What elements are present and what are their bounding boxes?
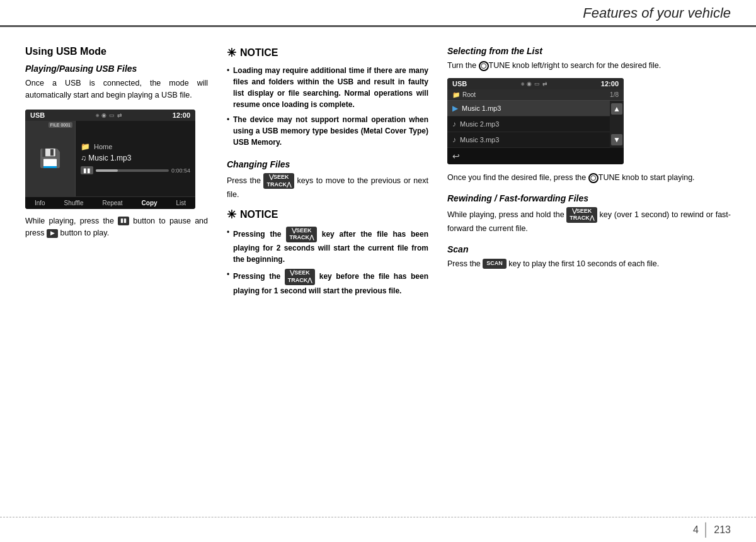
- notice-box-1: ✳ NOTICE Loading may require additional …: [227, 46, 428, 148]
- right-column: Selecting from the List Turn the ◯TUNE k…: [447, 46, 731, 494]
- usb-track-name: ♫ Music 1.mp3: [81, 154, 190, 162]
- footer-btn-copy[interactable]: Copy: [142, 200, 158, 206]
- usb-list-screen: USB ⎈ ◉ ▭ ⇄ 12:00 📁 Root 1/8: [447, 78, 624, 164]
- usb-art: FILE 0001 💾: [25, 121, 76, 196]
- folder-icon-2: 📁: [452, 91, 460, 98]
- note-track-icon-2: ♪: [452, 120, 456, 128]
- scan-text: Press the SCAN key to play the first 10 …: [447, 258, 731, 270]
- usb-list-tracks: ▶ Music 1.mp3 ♪ Music 2.mp3 ♪ Music 3.mp…: [447, 101, 610, 148]
- notice-header-2: ✳ NOTICE: [227, 208, 428, 222]
- header-title: Features of your vehicle: [583, 5, 731, 21]
- left-column: Using USB Mode Playing/Pausing USB Files…: [25, 46, 208, 494]
- page-footer: 4 │ 213: [0, 517, 756, 542]
- play-track-icon: ▶: [452, 104, 458, 113]
- scan-btn: SCAN: [483, 259, 507, 269]
- usb-screen-body: FILE 0001 💾 📁 Home ♫ Music 1.mp3 ▮▮: [25, 121, 195, 196]
- usb-list-scroll: ▲ ▼: [610, 101, 624, 148]
- rewinding-title: Rewinding / Fast-forwarding Files: [447, 193, 731, 203]
- page-number: 4 │ 213: [693, 522, 731, 537]
- chapter-number: 4: [693, 524, 699, 536]
- usb-list-header: USB ⎈ ◉ ▭ ⇄ 12:00: [447, 78, 624, 89]
- track-name-3: Music 3.mp3: [460, 136, 499, 144]
- footer-btn-info[interactable]: Info: [35, 200, 45, 206]
- scan-section: Scan Press the SCAN key to play the firs…: [447, 244, 731, 270]
- folder-icon: 📁: [81, 142, 90, 151]
- seek-track-btn-2a: ⋁SEEKTRACK⋀: [286, 227, 317, 242]
- tune-icon: ◯: [479, 61, 489, 71]
- usb-screen: USB ⎈ ◉ ▭ ⇄ 12:00 FILE 0001 💾 📁 Home: [25, 110, 195, 209]
- file-tag: FILE 0001: [49, 122, 72, 128]
- usb-art-icon: 💾: [39, 148, 61, 169]
- usb-icons: ⎈ ◉ ▭ ⇄: [96, 112, 122, 118]
- rewinding-text: While playing, press and hold the ⋁SEEKT…: [447, 207, 731, 235]
- usb-track-info: 📁 Home ♫ Music 1.mp3 ▮▮ 0:00:54: [76, 121, 195, 196]
- footer-btn-shuffle[interactable]: Shuffle: [64, 200, 84, 206]
- usb-home-row: 📁 Home: [81, 142, 190, 151]
- page-num: 1/8: [610, 91, 619, 98]
- usb-list-label: USB: [452, 80, 467, 88]
- usb-label: USB: [30, 111, 45, 119]
- notice-bullet-2a: Pressing the ⋁SEEKTRACK⋀ key after the f…: [227, 227, 428, 265]
- selecting-title: Selecting from the List: [447, 46, 731, 56]
- tune-icon-2: ◯: [588, 173, 598, 183]
- usb-list-footer: ↩: [447, 148, 624, 164]
- bat-icon: ▭: [534, 81, 540, 87]
- play-icon: ▶: [47, 229, 58, 238]
- note-track-icon-3: ♪: [452, 135, 456, 144]
- notice-bullet-2b: Pressing the ⋁SEEKTRACK⋀ key before the …: [227, 269, 428, 296]
- notice-star-2: ✳: [227, 208, 236, 222]
- usb2-icon: ⇄: [542, 81, 547, 87]
- changing-files-text: Press the ⋁SEEKTRACK⋀ keys to move to th…: [227, 173, 428, 201]
- seek-track-btn-rewind: ⋁SEEKTRACK⋀: [566, 207, 597, 223]
- intro-text: Once a USB is connected, the mode will a…: [25, 77, 208, 102]
- page-header: Features of your vehicle: [0, 0, 756, 27]
- usb-list-icons: ⎈ ◉ ▭ ⇄: [521, 80, 547, 88]
- rewinding-section: Rewinding / Fast-forwarding Files While …: [447, 193, 731, 235]
- changing-files-title: Changing Files: [227, 159, 428, 169]
- notice-label-1: NOTICE: [240, 47, 278, 59]
- notice-box-2: ✳ NOTICE Pressing the ⋁SEEKTRACK⋀ key af…: [227, 208, 428, 296]
- root-folder-label: 📁 Root: [452, 91, 476, 98]
- pause-button-display: ▮▮: [81, 166, 93, 174]
- list-item: ♪ Music 3.mp3: [447, 132, 610, 148]
- selecting-text: Turn the ◯TUNE knob left/right to search…: [447, 60, 731, 72]
- page-divider: │: [702, 522, 711, 537]
- notice-star-1: ✳: [227, 46, 236, 60]
- note-icon: ♫: [81, 154, 86, 162]
- list-item: ♪ Music 2.mp3: [447, 116, 610, 132]
- subsection-title: Playing/Pausing USB Files: [25, 64, 208, 74]
- notice-bullet-1b: The device may not support normal operat…: [227, 114, 428, 148]
- middle-column: ✳ NOTICE Loading may require additional …: [227, 46, 428, 494]
- scroll-down-arrow[interactable]: ▼: [611, 134, 622, 145]
- usb-folder: Home: [94, 143, 112, 150]
- page-num-display: 213: [714, 524, 731, 536]
- sig-icon: ◉: [527, 81, 532, 87]
- usb-screen-header: USB ⎈ ◉ ▭ ⇄ 12:00: [25, 110, 195, 121]
- usb-progress-row: ▮▮ 0:00:54: [81, 166, 190, 174]
- progress-bar: [96, 169, 169, 172]
- list-item: ▶ Music 1.mp3: [447, 101, 610, 116]
- notice-header-1: ✳ NOTICE: [227, 46, 428, 60]
- signal-icon: ◉: [101, 112, 106, 118]
- track-name-2: Music 2.mp3: [460, 120, 499, 128]
- elapsed-time: 0:00:54: [171, 167, 190, 174]
- notice-label-2: NOTICE: [240, 209, 278, 220]
- pause-play-text: While playing, press the ▮▮ button to pa…: [25, 215, 208, 240]
- usb-list-items: ▶ Music 1.mp3 ♪ Music 2.mp3 ♪ Music 3.mp…: [447, 101, 624, 148]
- usb-time: 12:00: [173, 111, 190, 119]
- back-btn[interactable]: ↩: [452, 151, 460, 161]
- seek-track-btn-2b: ⋁SEEKTRACK⋀: [285, 269, 316, 285]
- pause-icon: ▮▮: [118, 217, 129, 225]
- usb-screen-footer: Info Shuffle Repeat Copy List: [25, 196, 195, 209]
- usb-icon: ⇄: [117, 112, 122, 118]
- bt-icon: ⎈: [521, 81, 524, 87]
- scroll-up-arrow[interactable]: ▲: [611, 103, 622, 115]
- footer-btn-repeat[interactable]: Repeat: [102, 200, 122, 206]
- footer-btn-list[interactable]: List: [176, 200, 186, 206]
- bluetooth-icon: ⎈: [96, 112, 99, 118]
- battery-icon: ▭: [109, 112, 115, 118]
- main-content: Using USB Mode Playing/Pausing USB Files…: [0, 27, 756, 506]
- progress-fill: [96, 169, 118, 172]
- notice-bullet-1a: Loading may require additional time if t…: [227, 65, 428, 110]
- usb-list-subheader: 📁 Root 1/8: [447, 89, 624, 101]
